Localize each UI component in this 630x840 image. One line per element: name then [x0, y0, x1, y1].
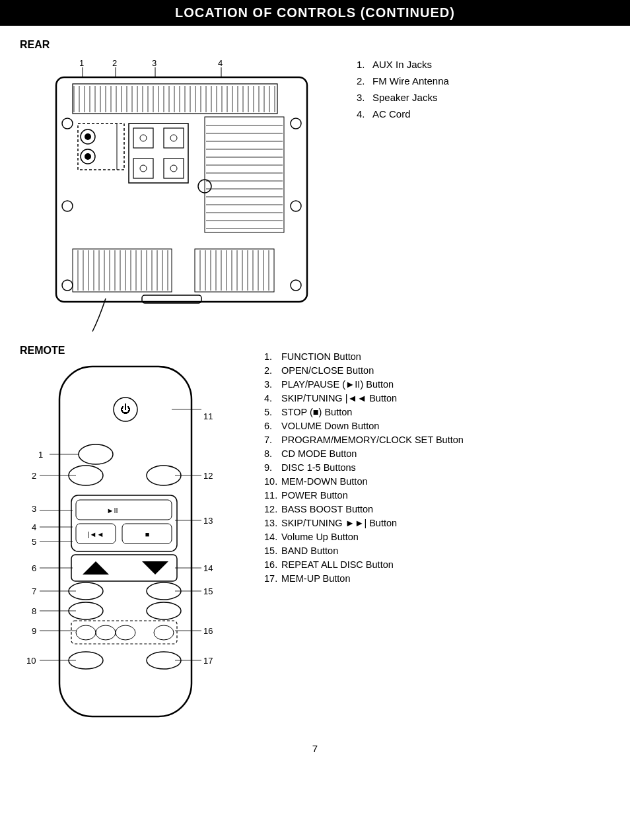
list-item-number: 12. [264, 504, 279, 514]
rear-list: 1.AUX In Jacks2.FM Wire Antenna3.Speaker… [330, 39, 610, 125]
list-item-text: FUNCTION Button [281, 351, 361, 362]
svg-text:|◄◄: |◄◄ [88, 530, 104, 538]
rear-list-item: 3.Speaker Jacks [357, 92, 610, 103]
list-item-text: MEM-UP Button [281, 573, 351, 584]
rear-list-item: 1.AUX In Jacks [357, 59, 610, 70]
remote-list-item: 7.PROGRAM/MEMORY/CLOCK SET Button [264, 435, 610, 445]
svg-point-66 [140, 135, 147, 141]
svg-rect-62 [133, 128, 153, 148]
list-item-text: AC Cord [372, 108, 411, 120]
svg-text:4: 4 [218, 58, 223, 68]
svg-text:4: 4 [32, 522, 36, 532]
svg-point-68 [140, 165, 147, 172]
page-title: LOCATION OF CONTROLS (CONTINUED) [0, 0, 630, 26]
svg-rect-121 [59, 367, 192, 717]
svg-text:15: 15 [203, 586, 213, 596]
svg-point-67 [170, 135, 177, 141]
list-item-number: 1. [264, 351, 279, 362]
svg-point-53 [291, 201, 301, 211]
list-item-number: 14. [264, 532, 279, 542]
list-item-number: 13. [264, 518, 279, 528]
remote-list-item: 17.MEM-UP Button [264, 573, 610, 584]
list-item-number: 4. [264, 393, 279, 403]
list-item-text: STOP (■) Button [281, 407, 352, 417]
list-item-number: 7. [264, 435, 279, 445]
svg-rect-174 [71, 621, 177, 644]
svg-rect-86 [73, 249, 172, 292]
svg-text:1: 1 [79, 58, 84, 68]
list-item-text: DISC 1-5 Buttons [281, 462, 356, 473]
svg-point-50 [62, 201, 73, 211]
svg-text:3: 3 [32, 504, 36, 514]
svg-point-158 [79, 444, 113, 464]
remote-list: 1.FUNCTION Button2.OPEN/CLOSE Button3.PL… [244, 345, 610, 587]
svg-text:10: 10 [26, 656, 36, 666]
list-item-number: 2. [357, 75, 368, 87]
remote-list-item: 4.SKIP/TUNING |◄◄ Button [264, 393, 610, 403]
svg-rect-65 [164, 158, 184, 178]
remote-list-item: 3.PLAY/PAUSE (►II) Button [264, 379, 610, 390]
svg-text:5: 5 [32, 537, 36, 547]
svg-rect-61 [129, 123, 188, 183]
svg-point-175 [76, 625, 96, 640]
list-item-number: 16. [264, 559, 279, 570]
svg-text:3: 3 [152, 58, 157, 68]
remote-list-item: 16.REPEAT ALL DISC Button [264, 559, 610, 570]
list-item-text: PLAY/PAUSE (►II) Button [281, 379, 394, 390]
list-item-number: 15. [264, 545, 279, 556]
svg-rect-64 [133, 158, 153, 178]
list-item-number: 10. [264, 476, 279, 487]
list-item-text: Volume Up Button [281, 532, 359, 542]
svg-text:1: 1 [38, 450, 43, 460]
svg-text:⏻: ⏻ [120, 403, 131, 415]
list-item-text: SKIP/TUNING ►►| Button [281, 518, 397, 528]
svg-point-173 [147, 602, 181, 619]
svg-rect-105 [195, 249, 274, 292]
svg-text:2: 2 [112, 58, 117, 68]
rear-diagram: 1 2 3 4 [20, 54, 324, 338]
page-number: 7 [20, 743, 610, 754]
svg-rect-9 [73, 84, 277, 114]
remote-list-item: 14.Volume Up Button [264, 532, 610, 542]
remote-list-item: 13.SKIP/TUNING ►►| Button [264, 518, 610, 528]
svg-rect-63 [164, 128, 184, 148]
list-item-text: AUX In Jacks [372, 59, 432, 70]
svg-point-69 [170, 165, 177, 172]
svg-text:12: 12 [203, 471, 213, 481]
svg-point-177 [116, 625, 135, 640]
remote-list-item: 11.POWER Button [264, 490, 610, 501]
svg-point-176 [96, 625, 116, 640]
svg-text:17: 17 [203, 656, 213, 666]
rear-list-item: 4.AC Cord [357, 108, 610, 120]
svg-text:13: 13 [203, 516, 213, 526]
svg-point-178 [154, 625, 174, 640]
list-item-text: VOLUME Down Button [281, 421, 379, 431]
svg-text:16: 16 [203, 626, 213, 636]
svg-text:11: 11 [203, 411, 213, 421]
list-item-number: 17. [264, 573, 279, 584]
list-item-text: BASS BOOST Button [281, 504, 373, 514]
remote-label: REMOTE [20, 345, 65, 357]
remote-list-item: 6.VOLUME Down Button [264, 421, 610, 431]
list-item-text: POWER Button [281, 490, 348, 501]
svg-point-49 [62, 118, 73, 129]
list-item-text: MEM-DOWN Button [281, 476, 368, 487]
remote-list-item: 9.DISC 1-5 Buttons [264, 462, 610, 473]
list-item-text: SKIP/TUNING |◄◄ Button [281, 393, 397, 403]
svg-text:6: 6 [32, 563, 36, 573]
svg-text:■: ■ [145, 530, 150, 538]
remote-list-item: 8.CD MODE Button [264, 448, 610, 459]
list-item-text: CD MODE Button [281, 448, 357, 459]
svg-point-59 [85, 153, 91, 160]
svg-text:9: 9 [32, 626, 36, 636]
rear-list-item: 2.FM Wire Antenna [357, 75, 610, 87]
remote-list-item: 5.STOP (■) Button [264, 407, 610, 417]
list-item-number: 3. [264, 379, 279, 390]
list-item-number: 4. [357, 108, 368, 120]
svg-text:14: 14 [203, 563, 213, 573]
list-item-number: 5. [264, 407, 279, 417]
remote-list-item: 15.BAND Button [264, 545, 610, 556]
svg-marker-170 [142, 561, 168, 575]
remote-list-item: 10.MEM-DOWN Button [264, 476, 610, 487]
svg-rect-162 [76, 500, 172, 520]
